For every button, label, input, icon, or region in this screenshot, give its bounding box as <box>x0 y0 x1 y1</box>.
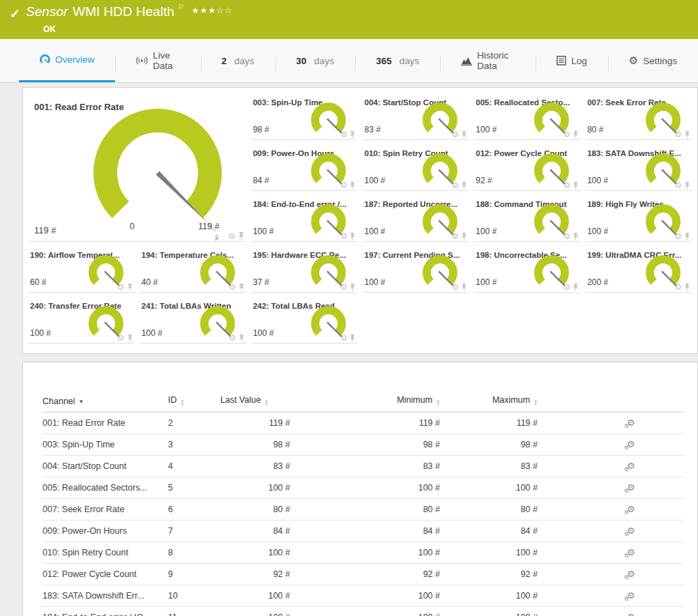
gauge-card[interactable]: 194: Temperature Cels... 40 # ⚙ <box>140 249 246 293</box>
pin-icon[interactable] <box>349 233 356 240</box>
tab-live-data[interactable]: Live Data <box>115 39 200 82</box>
pin-icon[interactable] <box>349 131 356 139</box>
cell-channel[interactable]: 012: Power Cycle Count <box>43 564 168 585</box>
table-row[interactable]: 005: Reallocated Sectors... 5 100 # 100 … <box>43 477 684 499</box>
channel-gear-icon[interactable]: ⚙ <box>563 181 570 190</box>
pin-icon[interactable] <box>572 233 579 240</box>
channel-gear-icon[interactable]: ⚙ <box>452 181 460 190</box>
col-minimum[interactable]: Minimum▲▼ <box>290 390 440 413</box>
gauge-card[interactable]: 195: Hardware ECC Re... 37 # ⚙ <box>252 249 358 293</box>
star-icon[interactable]: ★ <box>208 6 216 15</box>
priority-flag-icon[interactable]: ⚐ <box>178 3 185 12</box>
cell-channel[interactable]: 004: Start/Stop Count <box>43 456 168 477</box>
cell-channel[interactable]: 007: Seek Error Rate <box>43 499 168 521</box>
gauge-card[interactable]: 199: UltraDMA CRC Err... 200 # ⚙ <box>586 249 692 293</box>
table-row[interactable]: 007: Seek Error Rate 6 80 # 80 # 80 # ⚙⚙ <box>43 499 684 521</box>
channel-gear-icon[interactable]: ⚙ <box>674 283 682 291</box>
channel-gear-icon[interactable]: ⚙ <box>228 232 236 240</box>
star-icon[interactable]: ☆ <box>216 6 225 15</box>
pin-icon[interactable] <box>684 182 690 190</box>
gauge-card[interactable]: 197: Current Pending S... 100 # ⚙ <box>363 249 469 293</box>
gauge-card[interactable]: 009: Power-On Hours 84 # ⚙ <box>252 147 358 191</box>
pin-icon[interactable] <box>238 232 245 240</box>
gauge-card[interactable]: 012: Power Cycle Count 92 # ⚙ <box>474 147 580 191</box>
channel-gear-icon[interactable]: ⚙ <box>563 130 570 139</box>
cell-channel[interactable]: 183: SATA Downshift Err... <box>43 585 168 607</box>
pin-icon[interactable] <box>461 233 467 240</box>
channel-gear-icon[interactable]: ⚙ <box>674 232 682 240</box>
star-rating[interactable]: ★★★☆☆ <box>192 6 233 15</box>
channel-settings-icon[interactable]: ⚙⚙ <box>627 418 635 427</box>
table-row[interactable]: 001: Read Error Rate 2 119 # 119 # 119 #… <box>43 413 684 434</box>
cell-channel[interactable]: 184: End-to-End error / IO... <box>43 607 168 616</box>
star-icon[interactable]: ★ <box>192 6 200 15</box>
channel-gear-icon[interactable]: ⚙ <box>117 334 125 342</box>
tab-log[interactable]: Log <box>536 39 608 82</box>
gauge-card-main[interactable]: 001: Read Error Rate x̄ 0 119 # 119 # ⚙ <box>29 96 246 242</box>
table-row[interactable]: 012: Power Cycle Count 9 92 # 92 # 92 # … <box>43 564 684 585</box>
gauge-card[interactable]: 010: Spin Retry Count 100 # ⚙ <box>363 147 469 191</box>
gauge-card[interactable]: 004: Start/Stop Count 83 # ⚙ <box>363 96 469 140</box>
channel-gear-icon[interactable]: ⚙ <box>563 283 570 291</box>
pin-icon[interactable] <box>349 334 356 342</box>
table-row[interactable]: 010: Spin Retry Count 8 100 # 100 # 100 … <box>43 542 684 564</box>
gauge-card[interactable]: 005: Reallocated Secto... 100 # ⚙ <box>474 96 580 140</box>
channel-gear-icon[interactable]: ⚙ <box>340 181 348 190</box>
channel-gear-icon[interactable]: ⚙ <box>340 283 348 291</box>
gauge-card[interactable]: 184: End-to-End error /... 100 # ⚙ <box>252 198 358 242</box>
gauge-card[interactable]: 190: Airflow Temperat... 60 # ⚙ <box>29 249 135 293</box>
gauge-card[interactable]: 003: Spin-Up Time 98 # ⚙ <box>252 96 358 140</box>
pin-icon[interactable] <box>349 182 356 190</box>
channel-settings-icon[interactable]: ⚙⚙ <box>627 548 635 557</box>
pin-icon[interactable] <box>572 182 579 190</box>
tab-settings[interactable]: ⚙ Settings <box>608 39 698 82</box>
channel-gear-icon[interactable]: ⚙ <box>674 130 682 139</box>
channel-gear-icon[interactable]: ⚙ <box>117 283 125 291</box>
channel-gear-icon[interactable]: ⚙ <box>340 130 348 139</box>
gauge-card[interactable]: 188: Command Timeout 100 # ⚙ <box>474 198 580 242</box>
gauge-card[interactable]: 240: Transfer Error Rate 100 # ⚙ <box>29 300 135 344</box>
pin-icon[interactable] <box>238 334 245 342</box>
pin-icon[interactable] <box>127 334 133 342</box>
cell-channel[interactable]: 003: Spin-Up Time <box>43 434 168 456</box>
cell-channel[interactable]: 005: Reallocated Sectors... <box>43 477 168 499</box>
tab-overview[interactable]: Overview <box>19 39 115 82</box>
channel-gear-icon[interactable]: ⚙ <box>229 334 236 342</box>
pin-icon[interactable] <box>461 131 467 139</box>
star-icon[interactable]: ☆ <box>225 6 233 15</box>
tab-30-days[interactable]: 30days <box>275 39 356 82</box>
gauge-card[interactable]: 198: Uncorrectable Se... 100 # ⚙ <box>474 249 580 293</box>
col-last-value[interactable]: Last Value▲▼ <box>220 390 290 413</box>
table-row[interactable]: 183: SATA Downshift Err... 10 100 # 100 … <box>43 585 684 607</box>
pin-icon[interactable] <box>461 284 467 291</box>
col-id[interactable]: ID▲▼ <box>168 390 220 413</box>
gauge-card[interactable]: 242: Total LBAs Read 100 # ⚙ <box>252 300 358 344</box>
channel-settings-icon[interactable]: ⚙⚙ <box>627 440 635 449</box>
channel-gear-icon[interactable]: ⚙ <box>452 232 460 240</box>
gauge-card[interactable]: 007: Seek Error Rate 80 # ⚙ <box>586 96 692 140</box>
channel-settings-icon[interactable]: ⚙⚙ <box>627 505 635 514</box>
tab-historic-data[interactable]: Historic Data <box>440 39 536 82</box>
channel-gear-icon[interactable]: ⚙ <box>229 283 236 291</box>
channel-gear-icon[interactable]: ⚙ <box>674 181 682 190</box>
channel-settings-icon[interactable]: ⚙⚙ <box>627 591 635 600</box>
gauge-card[interactable]: 241: Total LBAs Written 100 # ⚙ <box>140 300 246 344</box>
channel-settings-icon[interactable]: ⚙⚙ <box>627 569 635 578</box>
channel-gear-icon[interactable]: ⚙ <box>340 334 348 342</box>
pin-icon[interactable] <box>572 284 579 291</box>
pin-icon[interactable] <box>684 131 690 139</box>
table-row[interactable]: 004: Start/Stop Count 4 83 # 83 # 83 # ⚙… <box>43 456 684 477</box>
table-row[interactable]: 009: Power-On Hours 7 84 # 84 # 84 # ⚙⚙ <box>43 521 684 542</box>
gauge-card[interactable]: 183: SATA Downshift E... 100 # ⚙ <box>586 147 692 191</box>
tab-2-days[interactable]: 2days <box>201 39 275 82</box>
pin-icon[interactable] <box>572 131 579 139</box>
channel-gear-icon[interactable]: ⚙ <box>563 232 570 240</box>
table-row[interactable]: 184: End-to-End error / IO... 11 100 # 1… <box>43 607 684 616</box>
pin-icon[interactable] <box>127 284 133 291</box>
col-channel[interactable]: Channel▼ <box>43 390 168 413</box>
col-maximum[interactable]: Maximum▲▼ <box>440 390 538 413</box>
channel-settings-icon[interactable]: ⚙⚙ <box>627 526 635 535</box>
pin-icon[interactable] <box>461 182 467 190</box>
channel-settings-icon[interactable]: ⚙⚙ <box>627 483 635 492</box>
pin-icon[interactable] <box>684 284 690 291</box>
